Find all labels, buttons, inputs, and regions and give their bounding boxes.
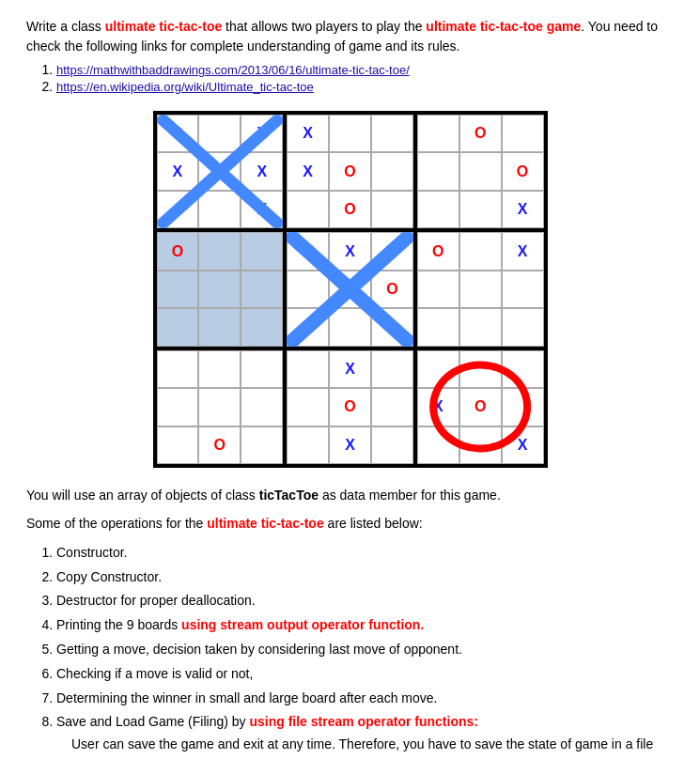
big-cell-1-1: X X X O: [285, 230, 415, 348]
intro-paragraph: Write a class ultimate tic-tac-toe that …: [26, 17, 674, 56]
cell-1-1-0-0: X: [287, 232, 329, 270]
link-item-1: https://mathwithbaddrawings.com/2013/06/…: [56, 62, 674, 77]
cell-0-0-0-0: O: [157, 115, 199, 152]
cell-0-2-0-1: O: [459, 115, 502, 152]
link-item-2: https://en.wikipedia.org/wiki/Ultimate_t…: [56, 79, 674, 94]
cell-2-0-0-2: [241, 350, 283, 388]
cell-1-1-1-1: [329, 271, 371, 308]
cell-2-2-1-2: [502, 388, 544, 426]
cell-2-0-1-2: [241, 388, 283, 426]
cell-1-0-1-1: [198, 271, 241, 308]
cell-0-0-0-1: [198, 115, 241, 152]
cell-2-1-1-1: O: [329, 388, 371, 426]
op-4-prefix: Printing the 9 boards: [56, 617, 181, 632]
links-list: https://mathwithbaddrawings.com/2013/06/…: [56, 62, 674, 94]
cell-2-0-2-2: [241, 426, 283, 464]
op-8-highlight: using file stream operator functions:: [249, 714, 477, 729]
big-cell-0-1: X X O O: [285, 113, 415, 230]
cell-1-0-2-0: [157, 308, 199, 346]
bottom-text-3: Some of the operations for the: [26, 516, 207, 531]
cell-1-0-1-0: [157, 271, 199, 308]
cell-2-1-2-2: [371, 426, 413, 464]
cell-2-2-2-2: X: [502, 426, 544, 464]
cell-2-2-0-0: [417, 350, 459, 388]
cell-2-1-0-0: [287, 350, 329, 388]
bottom-text-2: as data member for this game.: [319, 488, 501, 503]
cell-1-1-2-2: [371, 308, 413, 346]
cell-2-1-1-2: [371, 388, 413, 426]
cell-2-0-2-0: [157, 426, 199, 464]
op-5: Getting a move, decision taken by consid…: [56, 639, 674, 661]
op-4-highlight: using stream output operator function.: [181, 617, 424, 632]
op-4: Printing the 9 boards using stream outpu…: [56, 614, 674, 637]
intro-text-1: Write a class: [26, 19, 105, 34]
link-1[interactable]: https://mathwithbaddrawings.com/2013/06/…: [56, 63, 410, 77]
cell-2-1-1-0: [287, 388, 329, 426]
cell-1-2-2-2: [502, 308, 544, 346]
bottom-paragraph-1: You will use an array of objects of clas…: [26, 485, 674, 505]
bottom-highlight: ultimate tic-tac-toe: [207, 516, 323, 531]
ultimate-board: O X X X X X X O O O: [153, 111, 548, 468]
cell-2-0-2-1: O: [198, 426, 241, 464]
cell-1-2-1-1: [459, 271, 502, 308]
cell-0-0-1-1: [198, 152, 241, 190]
big-cell-0-0: O X X X X: [155, 113, 286, 230]
cell-2-2-1-0: X: [417, 388, 459, 426]
cell-2-0-0-1: [198, 350, 241, 388]
cell-2-1-0-1: X: [329, 350, 371, 388]
cell-1-2-0-0: O: [417, 232, 459, 270]
bottom-text-4: are listed below:: [324, 516, 423, 531]
cell-2-2-1-1: O: [459, 388, 502, 426]
op-8: Save and Load Game (Filing) by using fil…: [56, 711, 674, 759]
cell-0-0-2-2: X: [241, 191, 283, 228]
cell-2-2-0-2: [502, 350, 544, 388]
cell-0-0-1-0: X: [157, 152, 199, 190]
cell-2-0-1-1: [198, 388, 241, 426]
cell-0-0-0-2: X: [241, 115, 283, 152]
cell-0-1-2-0: [287, 191, 329, 228]
cell-1-2-1-0: [417, 271, 459, 308]
cell-1-0-1-2: [241, 271, 283, 308]
cell-0-2-1-0: [417, 152, 459, 190]
big-cell-1-2: O X: [415, 230, 546, 348]
cell-1-2-1-2: [502, 271, 544, 308]
cell-0-0-2-1: [198, 191, 241, 228]
big-cell-2-2: X O X: [415, 349, 546, 466]
operations-list: Constructor. Copy Constructor. Destructo…: [56, 542, 674, 759]
cell-1-1-2-0: [287, 308, 329, 346]
intro-highlight-2: ultimate tic-tac-toe game: [426, 19, 581, 34]
link-2[interactable]: https://en.wikipedia.org/wiki/Ultimate_t…: [56, 80, 314, 94]
cell-1-0-2-1: [198, 308, 241, 346]
cell-0-2-1-2: O: [502, 152, 544, 190]
cell-2-1-2-0: [287, 426, 329, 464]
cell-1-1-1-0: [287, 271, 329, 308]
op-7: Determining the winner in small and larg…: [56, 688, 674, 710]
big-cell-2-1: X O X: [285, 349, 415, 466]
op-8-prefix: Save and Load Game (Filing) by: [56, 714, 249, 729]
cell-2-0-0-0: [157, 350, 199, 388]
cell-2-1-2-1: X: [329, 426, 371, 464]
cell-0-1-1-2: [371, 152, 413, 190]
cell-1-2-2-0: [417, 308, 459, 346]
cell-2-2-2-0: [417, 426, 459, 464]
op-8-sub: User can save the game and exit at any t…: [71, 734, 674, 759]
cell-1-0-0-2: [241, 232, 283, 270]
cell-0-2-2-2: X: [502, 191, 544, 228]
cell-0-0-1-2: X: [241, 152, 283, 190]
cell-2-0-1-0: [157, 388, 199, 426]
bottom-text-1: You will use an array of objects of clas…: [26, 488, 259, 503]
big-cell-0-2: O O X: [415, 113, 546, 230]
cell-1-1-0-1: X: [329, 232, 371, 270]
cell-1-1-0-2: X: [371, 232, 413, 270]
op-1: Constructor.: [56, 542, 674, 565]
cell-1-0-0-1: [198, 232, 241, 270]
cell-0-1-2-2: [371, 191, 413, 228]
cell-1-1-1-2: O: [371, 271, 413, 308]
cell-1-0-0-0: O: [157, 232, 199, 270]
cell-1-2-0-1: [459, 232, 502, 270]
cell-0-2-0-0: [417, 115, 459, 152]
op-3: Destructor for proper deallocation.: [56, 590, 674, 612]
cell-0-2-1-1: [459, 152, 502, 190]
cell-0-1-0-1: [329, 115, 371, 152]
cell-0-1-1-1: O: [329, 152, 371, 190]
